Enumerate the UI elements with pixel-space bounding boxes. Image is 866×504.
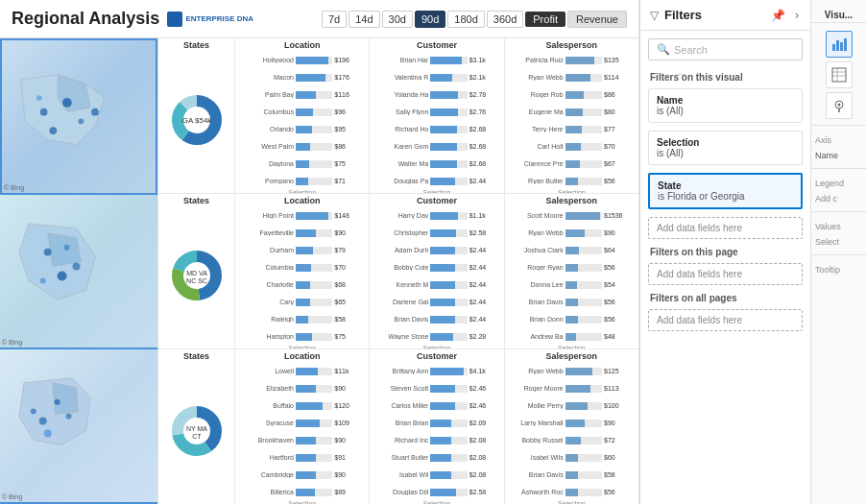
- btn-180d[interactable]: 180d: [447, 11, 484, 28]
- btn-360d[interactable]: 360d: [487, 11, 523, 28]
- bing-logo-1: © Bing: [4, 184, 24, 191]
- salesperson-panel-2: Salesperson Scott Moore$1536 Ryan Webb$9…: [505, 194, 638, 348]
- location-panel-1: Location Hollywood $196 Macon $176: [235, 38, 370, 193]
- bar-row: Bobby Cole$2.44: [375, 259, 497, 276]
- customer-panel-1: Customer Brian Har$3.1k Valentina R$2.1k…: [370, 38, 504, 193]
- donut-svg-1: GA $54k: [168, 91, 226, 149]
- states-panel-1: States GA $54k: [158, 38, 235, 193]
- bar-row: Columbia$70: [241, 259, 363, 276]
- bar-row: Wayne Stone$2.28: [375, 328, 497, 345]
- bar-row: Ryan Webb$114: [511, 69, 633, 85]
- profit-button[interactable]: Profit: [525, 12, 565, 27]
- bar-row: Brittany Ann$4.1k: [375, 363, 497, 379]
- bar-row: Elizabeth$90: [241, 380, 363, 396]
- donut-1: GA $54k: [162, 52, 230, 187]
- btn-90d[interactable]: 90d: [415, 11, 445, 28]
- bar-row: Donna Lee$54: [511, 276, 633, 293]
- states-panel-2: States MD VA NC SC: [158, 194, 235, 348]
- main-dashboard: Regional Analysis ENTERPRISE DNA 7d 14d …: [0, 0, 639, 504]
- bar-row: Harry Dav$1.1k: [375, 207, 497, 224]
- select-label: Select: [811, 235, 866, 249]
- svg-point-5: [91, 108, 99, 116]
- customer-title-1: Customer: [373, 40, 499, 50]
- bing-logo-3: © Bing: [2, 493, 22, 500]
- states-title-1: States: [162, 40, 230, 50]
- map-bg-1: © Bing: [2, 40, 156, 193]
- add-fields-page-btn[interactable]: Add data fields here: [648, 263, 803, 285]
- selection-label-c2: Selection: [373, 345, 499, 348]
- filters-on-all-title: Filters on all pages: [640, 289, 810, 305]
- filter-state-label: State: [658, 180, 793, 191]
- svg-point-7: [64, 245, 70, 251]
- svg-point-13: [66, 414, 72, 420]
- svg-point-9: [40, 277, 46, 283]
- bar-row: Richard Inc$2.08: [375, 432, 497, 448]
- salesperson-panel-3: Salesperson Ryan Webb$125 Roger Moore$11…: [505, 349, 638, 504]
- selection-label-c3: Selection: [373, 500, 499, 504]
- filters-forward-button[interactable]: ›: [793, 9, 801, 22]
- visual-separator-4: [811, 254, 866, 255]
- selection-label-s3: Selection: [509, 500, 635, 504]
- bar-row: Karen Gom$2.68: [375, 138, 497, 155]
- donut-3: NY MA CT: [162, 363, 230, 498]
- filter-card-name: Name is (All): [648, 88, 803, 123]
- bar-row: Douglas Dill$2.58: [375, 484, 497, 500]
- salesperson-panel-1: Salesperson Patricia Ruiz$135 Ryan Webb$…: [505, 38, 638, 193]
- donut-2: MD VA NC SC: [162, 207, 230, 343]
- filters-visual-more-btn[interactable]: ···: [678, 69, 686, 80]
- bar-row: Ryan Butler$56: [511, 173, 633, 189]
- btn-14d[interactable]: 14d: [349, 11, 379, 28]
- bar-row: Cary$65: [241, 294, 363, 310]
- bar-row: Eugene Ma$80: [511, 104, 633, 120]
- filters-pin-button[interactable]: 📌: [769, 9, 787, 22]
- data-row-1: States GA $54k: [158, 38, 638, 194]
- bar-row: Brian Davis$2.44: [375, 311, 497, 327]
- location-panel-2: Location High Point$148 Fayetteville$90 …: [235, 194, 370, 348]
- revenue-button[interactable]: Revenue: [567, 11, 627, 28]
- filters-on-visual-title: Filters on this visual: [640, 68, 810, 84]
- name-label: Name: [811, 149, 866, 162]
- add-c-label: Add c: [811, 192, 866, 205]
- btn-7d[interactable]: 7d: [322, 11, 347, 28]
- svg-text:MD VA: MD VA: [186, 270, 207, 276]
- filters-title: Filters: [664, 8, 763, 22]
- bar-row: Brian Har$3.1k: [375, 52, 497, 68]
- location-title-3: Location: [239, 351, 365, 361]
- bar-row: Ashworth Roc$56: [511, 484, 633, 500]
- data-row-3: States NY MA CT: [158, 349, 638, 504]
- bar-row: Isabel Wils$60: [511, 449, 633, 466]
- bar-row: Hollywood $196: [241, 52, 363, 68]
- bar-row: Carl Holt$70: [511, 138, 633, 155]
- bar-row: High Point$148: [241, 207, 363, 224]
- map-southeast[interactable]: © Bing: [0, 38, 157, 195]
- bar-row: Bobby Russel$72: [511, 432, 633, 448]
- search-placeholder: Search: [674, 44, 708, 56]
- map-midatlantic[interactable]: © Bing: [0, 195, 157, 349]
- donut-svg-3: NY MA CT: [168, 402, 226, 460]
- svg-rect-33: [832, 44, 835, 51]
- bar-row: Palm Bay $116: [241, 86, 363, 103]
- svg-point-4: [36, 95, 42, 101]
- bar-row: Adam Durh$2.44: [375, 242, 497, 258]
- visual-icon-bar[interactable]: [826, 31, 853, 58]
- svg-point-0: [40, 108, 48, 116]
- btn-30d[interactable]: 30d: [382, 11, 413, 28]
- filter-card-state[interactable]: State is Florida or Georgia: [648, 173, 803, 209]
- bar-row: Hartford$91: [241, 449, 363, 466]
- svg-text:CT: CT: [192, 433, 202, 440]
- visual-icon-map[interactable]: [826, 92, 853, 119]
- add-fields-allpages-btn[interactable]: Add data fields here: [648, 309, 803, 331]
- bar-row: Ryan Webb$125: [511, 363, 633, 379]
- bar-row: West Palm $86: [241, 138, 363, 155]
- bar-row: Valentina R$2.1k: [375, 69, 497, 85]
- bar-row: Brian Brian$2.09: [375, 415, 497, 431]
- search-box[interactable]: 🔍 Search: [648, 38, 803, 60]
- selection-label-s2: Selection: [509, 345, 635, 348]
- bar-row: Syracuse$109: [241, 415, 363, 431]
- page-title: Regional Analysis: [12, 9, 159, 29]
- bar-row: Walter Ma$2.68: [375, 156, 497, 172]
- bar-row: Brookhaven$90: [241, 432, 363, 448]
- map-northeast[interactable]: © Bing: [0, 349, 157, 504]
- add-fields-visual-btn[interactable]: Add data fields here: [648, 217, 803, 239]
- visual-icon-table[interactable]: [826, 61, 853, 88]
